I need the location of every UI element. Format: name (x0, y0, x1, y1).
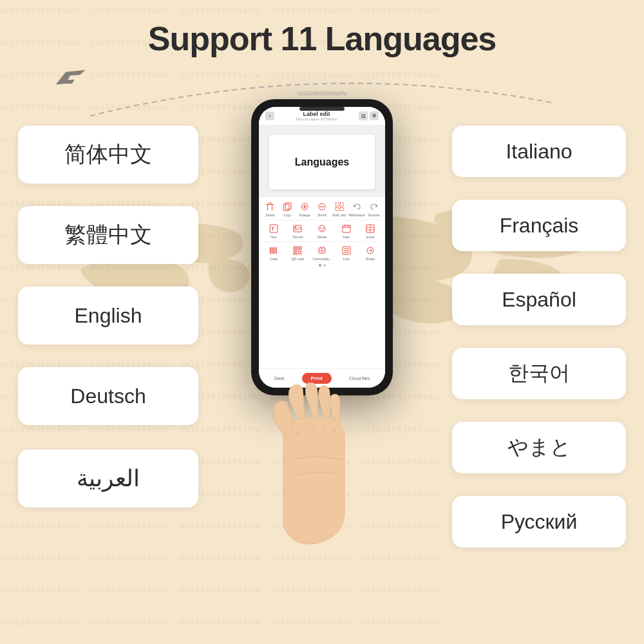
svg-rect-36 (295, 248, 296, 249)
toolbar-text-label: Text (270, 235, 276, 239)
toolbar-sticker-label: Sticker (317, 235, 327, 239)
toolbar-picture-label: Picture (293, 235, 303, 239)
toolbar-undo-label: Withdrawal (348, 213, 365, 217)
toolbar-shrink[interactable]: Shrink (314, 201, 331, 217)
select-icon (334, 201, 345, 213)
page-content: cn1529092084ahls cn1529092084ahls cn1529… (0, 0, 644, 644)
delete-icon (264, 201, 276, 213)
language-card-japanese: やまと (452, 422, 626, 473)
svg-point-59 (332, 429, 336, 433)
page-title: Support 11 Languages (0, 0, 644, 58)
svg-rect-41 (298, 251, 299, 252)
toolbar-redo[interactable]: Restore (365, 201, 383, 217)
toolbar-enlarge[interactable]: Enlarge (296, 201, 314, 217)
dot-1 (319, 264, 321, 267)
line-icon (341, 245, 352, 256)
phone-screen: ‹ Label edit Die-cut paper:40*30mm ⊡ ⚙ (259, 107, 385, 388)
svg-rect-12 (340, 203, 343, 206)
svg-text:T: T (271, 226, 274, 232)
svg-point-18 (295, 227, 297, 229)
svg-rect-34 (276, 247, 277, 254)
toolbar-row-3: Code (259, 243, 385, 262)
svg-rect-43 (298, 253, 299, 254)
preview-icon[interactable]: ⊡ (359, 111, 368, 120)
commodity-icon (316, 245, 328, 256)
language-card-francais: Français (452, 200, 626, 251)
svg-rect-0 (266, 204, 274, 205)
language-card-fantizi: 繁體中文 (18, 206, 198, 264)
svg-rect-22 (343, 225, 350, 232)
picture-icon (292, 223, 303, 234)
toolbar-commodity[interactable]: Commodity... (313, 245, 331, 261)
svg-point-20 (320, 227, 321, 229)
toolbar-delete[interactable]: Delete (261, 201, 279, 217)
language-card-espanol: Español (452, 274, 626, 325)
phone-outer-frame: ‹ Label edit Die-cut paper:40*30mm ⊡ ⚙ (251, 99, 393, 395)
toolbar-enlarge-label: Enlarge (299, 213, 310, 217)
svg-rect-3 (268, 203, 272, 204)
svg-rect-32 (272, 247, 274, 254)
svg-rect-31 (271, 247, 272, 254)
app-title: Label edit (274, 111, 359, 117)
toolbar-select-label: Multi..lect (332, 213, 346, 217)
save-button[interactable]: Save (274, 376, 285, 381)
toolbar-excel[interactable]: Excel (361, 223, 379, 239)
toolbar-copy-label: Copy (283, 213, 291, 217)
language-card-english: English (18, 287, 198, 345)
toolbar-barcode[interactable]: Code (265, 245, 283, 261)
svg-point-21 (323, 227, 324, 229)
toolbar-select[interactable]: Multi..lect (330, 201, 348, 217)
redo-icon (368, 201, 380, 213)
toolbar-qr-label: QR code (292, 257, 305, 261)
svg-rect-2 (272, 205, 272, 211)
language-card-deutsch: Deutsch (18, 367, 198, 425)
svg-rect-38 (299, 248, 301, 249)
svg-rect-1 (267, 205, 268, 211)
phone-watermark-top: cn1529092084ahls (251, 90, 393, 97)
toolbar-row-2: T Text (259, 222, 385, 240)
language-card-russian: Русский (452, 496, 626, 547)
cloud-files-button[interactable]: Cloud files (349, 376, 370, 381)
toolbar-qr[interactable]: QR code (289, 245, 307, 261)
toolbar-barcode-label: Code (270, 257, 278, 261)
settings-icon[interactable]: ⚙ (370, 111, 379, 120)
toolbar-line-label: Line (343, 257, 349, 261)
pagination-dots (259, 262, 385, 269)
svg-point-56 (296, 431, 299, 435)
shape-icon (365, 245, 376, 256)
app-subtitle: Die-cut paper:40*30mm (274, 117, 359, 121)
enlarge-icon (299, 201, 310, 213)
back-icon[interactable]: ‹ (265, 111, 274, 120)
toolbar-sticker[interactable]: Sticker (313, 223, 331, 239)
toolbar-excel-label: Excel (366, 235, 374, 239)
language-card-arabic: العربية (18, 450, 198, 507)
toolbar-shape[interactable]: Shape (361, 245, 379, 261)
toolbar-commodity-label: Commodity... (312, 257, 331, 261)
date-icon (341, 223, 352, 234)
svg-rect-42 (300, 251, 301, 252)
toolbar-line[interactable]: Line (337, 245, 355, 261)
toolbar-copy[interactable]: Copy (279, 201, 296, 217)
svg-rect-30 (270, 247, 271, 254)
toolbar-area: Delete Copy (259, 197, 385, 368)
barcode-icon (268, 245, 279, 256)
label-canvas: Languages (269, 135, 375, 189)
toolbar-divider-1 (264, 220, 380, 220)
excel-icon (365, 223, 376, 234)
undo-icon (351, 201, 363, 213)
phone-notch (299, 107, 345, 111)
hand-svg (251, 383, 406, 563)
toolbar-date[interactable]: Date (337, 223, 355, 239)
svg-rect-40 (295, 252, 296, 254)
text-icon: T (268, 223, 279, 234)
language-card-korean: 한국어 (452, 348, 626, 399)
toolbar-delete-label: Delete (265, 213, 274, 217)
toolbar-undo[interactable]: Withdrawal (348, 201, 365, 217)
toolbar-row-1: Delete Copy (259, 200, 385, 218)
toolbar-picture[interactable]: Picture (289, 223, 307, 239)
svg-rect-44 (300, 253, 301, 254)
toolbar-text[interactable]: T Text (265, 223, 283, 239)
svg-point-57 (310, 427, 314, 431)
svg-rect-11 (336, 203, 339, 206)
toolbar-date-label: Date (343, 235, 350, 239)
